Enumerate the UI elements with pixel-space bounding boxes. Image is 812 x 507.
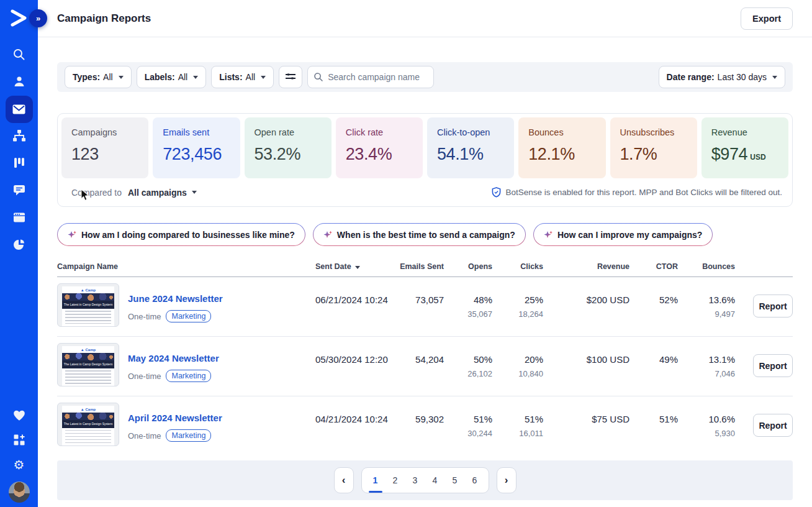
bounces-count: 5,930: [678, 429, 735, 438]
stats-summary-panel: Campaigns 123 Emails sent 723,456 Open r…: [57, 113, 793, 207]
stat-label: Emails sent: [163, 127, 230, 137]
sidebar-expand-button[interactable]: »: [29, 9, 47, 27]
reports-pie-icon: [12, 238, 26, 254]
heart-icon: [12, 409, 26, 424]
types-filter-dropdown[interactable]: Types: All: [65, 66, 132, 88]
sidebar-item-conversations[interactable]: [0, 183, 38, 199]
sidebar-item-profile[interactable]: [0, 482, 38, 503]
conversations-icon: [12, 183, 26, 199]
stat-label: Bounces: [528, 127, 595, 137]
opens-cell: 50%26,102: [444, 337, 492, 396]
sent-date-cell: 06/21/2024 10:24: [315, 277, 390, 336]
botsense-note: BotSense is enabled for this report. MPP…: [492, 187, 782, 198]
page-title: Campaign Reports: [57, 12, 151, 25]
column-sent-date[interactable]: Sent Date: [315, 262, 390, 271]
lists-filter-dropdown[interactable]: Lists: All: [211, 66, 274, 88]
email-banner-title: The Latest in Camp Design System: [62, 420, 114, 428]
opens-pct: 48%: [444, 295, 492, 305]
campaign-name-cell: ▲ Camp The Latest in Camp Design System …: [57, 396, 315, 454]
sidebar-item-reports[interactable]: [0, 238, 38, 254]
stat-value: $974: [711, 145, 747, 164]
page-number-3[interactable]: 3: [405, 468, 425, 493]
email-body-lines: [65, 311, 111, 325]
stat-card-revenue: Revenue $974USD: [701, 117, 788, 178]
opens-count: 30,244: [444, 429, 492, 438]
column-actions: [735, 262, 793, 271]
search-input[interactable]: [307, 66, 434, 88]
prev-page-button[interactable]: ‹: [334, 467, 354, 493]
campaign-thumbnail[interactable]: ▲ Camp The Latest in Camp Design System: [57, 343, 119, 386]
ai-prompt-label: How am I doing compared to businesses li…: [81, 230, 295, 240]
stat-label: Click rate: [346, 127, 413, 137]
campaign-name-link[interactable]: April 2024 Newsletter: [128, 413, 222, 423]
sidebar-item-settings[interactable]: ⚙: [0, 459, 38, 471]
compared-to-dropdown[interactable]: All campaigns: [128, 188, 197, 198]
clicks-count: 10,840: [492, 369, 543, 378]
stat-label: Revenue: [711, 127, 778, 137]
stat-card-click-to-open: Click-to-open 54.1%: [427, 117, 514, 178]
page-number-1[interactable]: 1: [366, 468, 386, 493]
campaign-name-cell: ▲ Camp The Latest in Camp Design System …: [57, 277, 315, 336]
sidebar-item-favorites[interactable]: [0, 409, 38, 424]
labels-filter-dropdown[interactable]: Labels: All: [137, 66, 207, 88]
column-bounces: Bounces: [678, 262, 735, 271]
campaign-thumbnail[interactable]: ▲ Camp The Latest in Camp Design System: [57, 283, 119, 327]
opens-count: 26,102: [444, 369, 492, 378]
site-icon: [12, 211, 26, 227]
campaign-name-link[interactable]: June 2024 Newsletter: [128, 293, 223, 304]
bounces-cell: 13.6%9,497: [678, 277, 735, 336]
stat-label: Campaigns: [71, 127, 138, 137]
chevron-down-icon: [193, 76, 198, 79]
column-opens: Opens: [444, 262, 492, 271]
bounces-pct: 10.6%: [678, 414, 735, 424]
sidebar-item-contacts[interactable]: [0, 74, 38, 91]
campaign-thumbnail[interactable]: ▲ Camp The Latest in Camp Design System: [57, 403, 119, 446]
email-banner-art: [62, 353, 114, 360]
export-button[interactable]: Export: [741, 7, 793, 30]
advanced-filters-button[interactable]: [279, 66, 302, 88]
ai-prompt-best-time[interactable]: When is the best time to send a campaign…: [313, 223, 526, 246]
stat-card-bounces: Bounces 12.1%: [518, 117, 605, 178]
sidebar-item-search[interactable]: [0, 47, 38, 65]
campaign-reports-page: ⚙ » Campaign Reports Export Types: All L…: [0, 0, 812, 507]
sidebar-item-campaigns[interactable]: [0, 96, 38, 123]
date-range-dropdown[interactable]: Date range: Last 30 days: [659, 66, 785, 88]
revenue-cell: $200 USD: [543, 277, 629, 336]
column-campaign-name: Campaign Name: [57, 262, 315, 271]
email-body-lines: [65, 370, 111, 385]
ai-prompt-improve[interactable]: How can I improve my campaigns?: [533, 223, 713, 246]
next-page-button[interactable]: ›: [497, 467, 517, 493]
emails-sent-cell: 59,302: [390, 396, 444, 454]
ctor-cell: 51%: [629, 396, 678, 454]
bounces-count: 7,046: [678, 369, 735, 378]
chevron-down-icon: [192, 191, 197, 194]
sidebar-item-site[interactable]: [0, 211, 38, 227]
report-button[interactable]: Report: [753, 354, 793, 377]
report-button[interactable]: Report: [753, 295, 793, 317]
stat-value: 12.1%: [528, 145, 575, 164]
campaign-name-link[interactable]: May 2024 Newsletter: [128, 353, 219, 363]
page-number-4[interactable]: 4: [425, 468, 445, 493]
campaign-info: April 2024 Newsletter One-time Marketing: [128, 403, 222, 454]
email-brand-logo: ▲ Camp: [62, 406, 114, 413]
campaign-meta: One-time Marketing: [128, 370, 219, 382]
ai-prompt-benchmark[interactable]: How am I doing compared to businesses li…: [57, 223, 305, 246]
main-content: Types: All Labels: All Lists: All: [38, 37, 812, 500]
sidebar-item-pipelines[interactable]: [0, 156, 38, 172]
page-number-2[interactable]: 2: [386, 468, 405, 493]
sidebar-item-automations[interactable]: [0, 129, 38, 145]
sidebar-item-apps[interactable]: [0, 434, 38, 449]
clicks-pct: 25%: [492, 295, 543, 305]
clicks-count: 16,011: [492, 429, 543, 438]
campaign-tag-badge: Marketing: [166, 429, 211, 442]
report-button[interactable]: Report: [753, 414, 793, 437]
botsense-note-text: BotSense is enabled for this report. MPP…: [506, 188, 782, 197]
page-number-6[interactable]: 6: [465, 468, 485, 493]
labels-filter-value: All: [178, 72, 188, 82]
clicks-pct: 51%: [492, 414, 543, 424]
campaign-meta: One-time Marketing: [128, 429, 222, 442]
search-icon: [314, 72, 323, 82]
bounces-pct: 13.1%: [678, 354, 735, 365]
page-number-5[interactable]: 5: [445, 468, 465, 493]
sort-desc-icon: [355, 266, 360, 269]
